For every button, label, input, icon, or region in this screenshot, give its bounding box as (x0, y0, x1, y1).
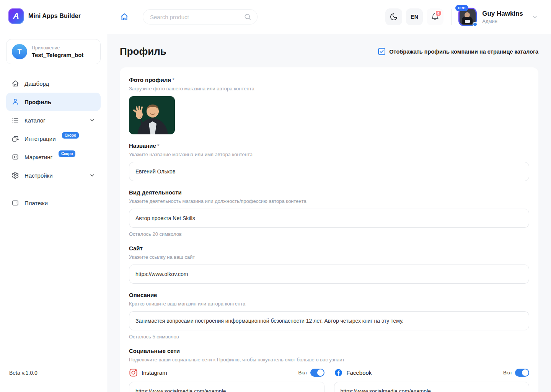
sidebar-item-payments[interactable]: Платежи (6, 194, 101, 212)
notifications-button[interactable]: 8 (427, 8, 443, 25)
sidebar-item-label: Профиль (24, 99, 51, 105)
sidebar-item-catalog[interactable]: Каталог (6, 111, 101, 129)
notification-badge: 8 (435, 10, 442, 16)
wallet-icon (11, 199, 19, 207)
name-section: Название* Укажите название магазина или … (129, 142, 529, 181)
description-counter: Осталось 5 символов (129, 334, 529, 340)
catalog-icon (11, 116, 19, 124)
description-label: Описание (129, 292, 529, 298)
social-label: Социальные сети (129, 348, 529, 354)
photo-label: Фото профиля* (129, 77, 529, 83)
nav-spacer (6, 185, 101, 194)
name-input[interactable] (129, 162, 529, 181)
instagram-toggle[interactable] (310, 369, 324, 377)
site-label: Сайт (129, 245, 529, 252)
moon-icon (390, 13, 398, 21)
app-card-name: Test_Telegram_bot (32, 52, 83, 58)
facebook-url-input[interactable] (334, 382, 530, 392)
app-card-texts: Приложение Test_Telegram_bot (32, 45, 83, 58)
instagram-icon (129, 368, 138, 377)
site-input[interactable] (129, 265, 529, 284)
instagram-url-input[interactable] (129, 382, 324, 392)
chevron-down-icon (89, 117, 95, 123)
home-icon (11, 80, 19, 87)
search-icon (244, 13, 251, 21)
facebook-icon (334, 368, 343, 377)
gear-icon (11, 172, 19, 179)
social-instagram: Instagram Вкл (129, 368, 324, 392)
logo-letter: A (13, 11, 19, 21)
theme-toggle-button[interactable] (385, 8, 402, 25)
checkbox-icon[interactable] (378, 48, 385, 55)
photo-section: Фото профиля* Загрузите фото вашего мага… (129, 77, 529, 134)
profile-card: Фото профиля* Загрузите фото вашего мага… (120, 67, 538, 392)
sidebar-item-settings[interactable]: Настройки (6, 166, 101, 185)
social-hint: Подключите ваши социальные сети к Профил… (129, 357, 529, 363)
social-network-name: Instagram (142, 369, 167, 376)
sidebar-item-marketing[interactable]: Маркетинг Скоро (6, 148, 101, 166)
sidebar-item-label: Настройки (24, 172, 53, 179)
soon-badge: Скоро (62, 132, 79, 139)
soon-badge: Скоро (59, 150, 75, 157)
pro-badge: PRO (455, 5, 468, 11)
version-label: Beta v.1.0.0 (9, 370, 37, 376)
name-hint: Укажите название магазина или имя автора… (129, 152, 529, 157)
sidebar-item-dashboard[interactable]: Дашборд (6, 74, 101, 93)
user-menu[interactable]: PRO Guy Hawkins Админ (458, 8, 538, 26)
photo-hint: Загрузите фото вашего магазина или автор… (129, 86, 529, 91)
online-status-dot (473, 22, 478, 27)
home-button[interactable] (120, 12, 129, 21)
sidebar-item-label: Каталог (24, 117, 46, 124)
app-title: Mini Apps Builder (28, 13, 81, 20)
profile-photo[interactable] (129, 96, 175, 134)
toggle-label: Вкл (503, 370, 512, 376)
toggle-label: Вкл (298, 370, 306, 376)
header-actions: EN 8 PRO Guy Hawkins Админ (381, 8, 538, 26)
activity-hint: Укажите деятельность магазина или должно… (129, 198, 529, 204)
site-hint: Укажите ссылку на ваш сайт (129, 254, 529, 260)
marketing-icon (11, 153, 19, 161)
social-section: Социальные сети Подключите ваши социальн… (129, 348, 529, 392)
site-section: Сайт Укажите ссылку на ваш сайт (129, 245, 529, 284)
activity-input[interactable] (129, 209, 529, 228)
header: EN 8 PRO Guy Hawkins Админ (107, 0, 551, 34)
avatar: PRO (458, 8, 477, 26)
user-icon (11, 98, 19, 106)
search-input[interactable] (143, 9, 258, 24)
sidebar-item-label: Дашборд (24, 80, 49, 87)
sidebar-nav: Дашборд Профиль Каталог Интеграции Скоро (6, 74, 101, 212)
facebook-toggle[interactable] (515, 369, 529, 377)
user-name: Guy Hawkins (482, 10, 523, 18)
description-input[interactable] (129, 311, 529, 330)
chevron-down-icon[interactable] (531, 13, 538, 20)
sidebar-item-profile[interactable]: Профиль (6, 93, 101, 111)
social-network-name: Facebook (347, 369, 372, 376)
page-title: Профиль (120, 46, 166, 57)
social-facebook: Facebook Вкл (334, 368, 530, 392)
sidebar-item-integrations[interactable]: Интеграции Скоро (6, 129, 101, 148)
mini-apps-logo-icon: A (8, 8, 24, 24)
description-section: Описание Кратко опишите ваш магазин или … (129, 292, 529, 340)
activity-counter: Осталось 20 символов (129, 231, 529, 237)
header-divider (451, 9, 452, 25)
language-button[interactable]: EN (406, 8, 423, 25)
sidebar-item-label: Интеграции (24, 136, 56, 142)
name-label: Название* (129, 142, 529, 149)
sidebar: A Mini Apps Builder T Приложение Test_Te… (0, 0, 107, 392)
description-hint: Кратко опишите ваш магазин или автора ко… (129, 301, 529, 307)
app-avatar: T (12, 44, 27, 59)
integrations-icon (11, 135, 19, 142)
user-info: Guy Hawkins Админ (482, 10, 523, 24)
sidebar-item-label: Платежи (24, 200, 48, 206)
sidebar-item-label: Маркетинг (24, 154, 52, 160)
catalog-visibility-checkbox[interactable]: Отображать профиль компании на странице … (378, 48, 538, 55)
app-card-label: Приложение (32, 45, 83, 51)
activity-section: Вид деятельности Укажите деятельность ма… (129, 189, 529, 237)
search-field (143, 9, 258, 24)
app-logo: A Mini Apps Builder (0, 0, 107, 28)
chevron-down-icon (89, 172, 95, 178)
current-app-card[interactable]: T Приложение Test_Telegram_bot (6, 39, 101, 64)
user-role: Админ (482, 18, 523, 24)
main-content: Профиль Отображать профиль компании на с… (107, 34, 551, 392)
activity-label: Вид деятельности (129, 189, 529, 196)
